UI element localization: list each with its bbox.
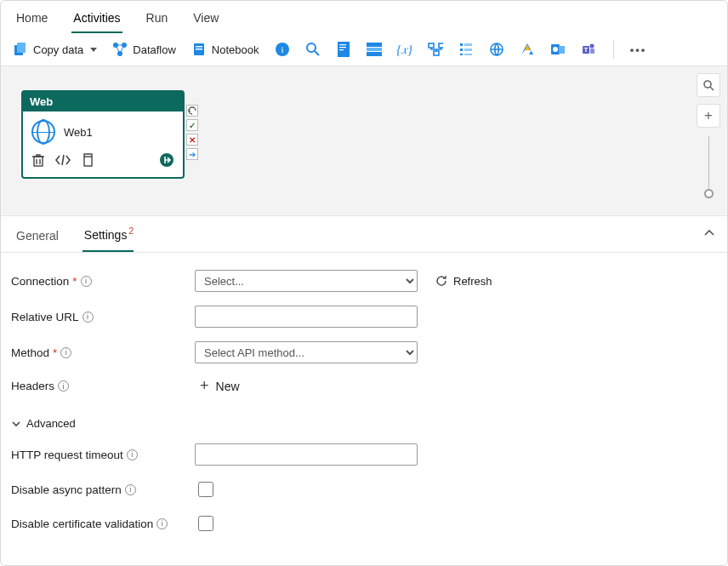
relative-url-input[interactable] — [195, 306, 418, 328]
settings-badge: 2 — [128, 226, 134, 236]
svg-rect-27 — [464, 54, 472, 55]
chevron-down-icon — [11, 419, 21, 429]
add-header-button[interactable]: + New — [200, 377, 418, 395]
info-icon[interactable]: i — [127, 449, 138, 460]
disable-cert-checkbox[interactable] — [198, 516, 213, 531]
zoom-slider[interactable] — [708, 136, 709, 197]
required-marker: * — [53, 346, 57, 359]
svg-rect-20 — [439, 43, 443, 48]
toolbar-separator — [613, 40, 614, 59]
svg-rect-17 — [367, 48, 382, 51]
zoom-in-icon[interactable]: + — [697, 104, 720, 128]
info-icon[interactable]: i — [81, 276, 92, 287]
relative-url-label: Relative URL — [11, 311, 79, 323]
notebook-button[interactable]: Notebook — [191, 42, 259, 57]
svg-rect-15 — [339, 49, 344, 50]
notebook-label: Notebook — [212, 43, 259, 56]
info-icon[interactable]: i — [58, 380, 69, 392]
timeout-label: HTTP request timeout — [11, 449, 123, 461]
svg-rect-22 — [460, 43, 463, 46]
azure-icon[interactable] — [520, 42, 535, 57]
svg-point-31 — [553, 47, 558, 52]
lookup-icon[interactable] — [458, 42, 474, 57]
failure-output-icon[interactable]: ✕ — [186, 134, 198, 146]
svg-rect-30 — [559, 46, 565, 54]
svg-rect-14 — [339, 47, 346, 48]
success-output-icon[interactable]: ✓ — [186, 119, 198, 131]
connection-select[interactable]: Select... — [195, 270, 418, 292]
timeout-input[interactable] — [195, 443, 418, 466]
svg-text:T: T — [583, 46, 588, 54]
collapse-icon[interactable] — [703, 226, 715, 241]
advanced-toggle[interactable]: Advanced — [11, 409, 717, 430]
completion-output-icon[interactable]: ➔ — [186, 148, 198, 160]
info-icon[interactable]: i — [275, 42, 290, 57]
svg-rect-24 — [460, 54, 463, 55]
tab-settings[interactable]: Settings2 — [82, 225, 134, 252]
svg-point-39 — [704, 81, 711, 88]
method-label: Method — [11, 346, 49, 359]
more-icon[interactable]: ••• — [631, 42, 646, 57]
copy-icon[interactable] — [81, 153, 94, 169]
activity-type-label: Web — [23, 92, 183, 111]
svg-point-33 — [589, 44, 594, 49]
notebook-icon — [191, 42, 207, 57]
stored-procedure-icon[interactable] — [367, 42, 382, 57]
dataflow-label: Dataflow — [133, 43, 176, 56]
menu-activities[interactable]: Activities — [71, 8, 122, 33]
svg-rect-19 — [429, 43, 434, 48]
dataflow-icon — [112, 42, 128, 57]
svg-line-40 — [710, 87, 714, 90]
svg-rect-1 — [17, 43, 26, 53]
variable-icon[interactable]: {𝑥} — [397, 42, 412, 57]
search-icon[interactable] — [305, 42, 321, 57]
outlook-icon[interactable] — [550, 42, 566, 57]
info-icon[interactable]: i — [156, 518, 168, 529]
delete-icon[interactable] — [31, 153, 45, 169]
svg-rect-18 — [367, 52, 382, 56]
copy-data-label: Copy data — [33, 43, 83, 56]
activities-toolbar: Copy data Dataflow Notebook i {𝑥} — [1, 33, 727, 66]
svg-rect-26 — [464, 49, 472, 51]
run-icon[interactable] — [159, 152, 174, 170]
pipeline-canvas[interactable]: Web Web1 ✓ — [1, 66, 727, 216]
refresh-label: Refresh — [453, 275, 492, 288]
activity-side-controls: ✓ ✕ ➔ — [186, 105, 198, 160]
info-icon[interactable]: i — [125, 484, 136, 495]
headers-label: Headers — [11, 380, 54, 392]
disable-async-checkbox[interactable] — [198, 482, 213, 497]
svg-point-10 — [307, 43, 316, 52]
svg-rect-34 — [590, 49, 594, 54]
info-icon[interactable]: i — [60, 347, 71, 358]
tab-general[interactable]: General — [14, 226, 60, 251]
code-icon[interactable] — [55, 154, 71, 169]
refresh-button[interactable]: Refresh — [435, 274, 492, 288]
svg-rect-13 — [339, 44, 346, 45]
required-marker: * — [72, 275, 77, 288]
connection-label: Connection — [11, 275, 69, 288]
copy-data-button[interactable]: Copy data — [13, 42, 97, 57]
menu-run[interactable]: Run — [145, 8, 170, 33]
svg-rect-23 — [460, 49, 463, 51]
pipeline-icon[interactable] — [428, 42, 443, 57]
plus-icon: + — [200, 377, 209, 395]
svg-rect-7 — [196, 49, 202, 50]
method-select[interactable]: Select API method... — [195, 341, 418, 363]
web-activity-card[interactable]: Web Web1 — [21, 90, 185, 179]
web-icon[interactable] — [489, 42, 504, 57]
menu-home[interactable]: Home — [14, 8, 49, 33]
script-icon[interactable] — [336, 42, 351, 57]
tab-settings-label: Settings — [84, 228, 128, 242]
svg-rect-6 — [196, 46, 202, 48]
info-icon[interactable]: i — [82, 312, 94, 323]
copy-data-icon — [13, 42, 28, 57]
svg-rect-36 — [34, 157, 43, 166]
teams-icon[interactable]: T — [581, 42, 596, 57]
menu-view[interactable]: View — [191, 8, 220, 33]
disable-async-label: Disable async pattern — [11, 483, 122, 496]
chevron-down-icon — [90, 48, 97, 52]
new-label: New — [216, 380, 240, 393]
dataflow-button[interactable]: Dataflow — [112, 42, 176, 57]
undo-icon[interactable] — [186, 105, 198, 117]
canvas-search-icon[interactable] — [697, 73, 720, 97]
